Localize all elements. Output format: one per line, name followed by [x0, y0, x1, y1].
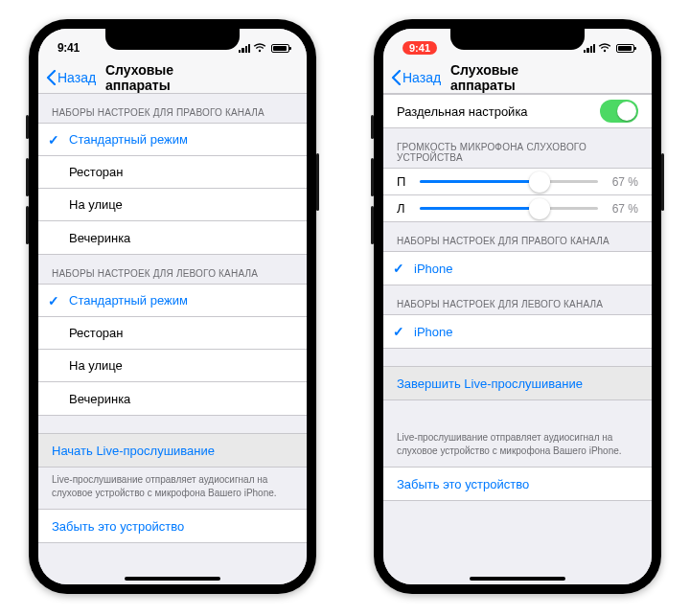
- live-listen-footer: Live-прослушивание отправляет аудиосигна…: [38, 468, 307, 509]
- side-button: [26, 158, 29, 196]
- side-button: [26, 115, 29, 139]
- separate-adjust-label: Раздельная настройка: [397, 104, 528, 119]
- nav-bar: Назад Слуховые аппараты: [38, 61, 307, 94]
- battery-icon: [271, 44, 289, 53]
- chevron-left-icon: [391, 70, 401, 85]
- start-live-listen-button[interactable]: Начать Live-прослушивание: [38, 434, 307, 467]
- slider-value: 67 %: [606, 202, 638, 216]
- back-button[interactable]: Назад: [46, 70, 96, 85]
- page-title: Слуховые аппараты: [450, 62, 585, 93]
- live-listen-label: Начать Live-прослушивание: [52, 444, 215, 458]
- chevron-left-icon: [46, 70, 56, 85]
- volume-slider-left[interactable]: [420, 207, 598, 210]
- page-title: Слуховые аппараты: [105, 62, 240, 93]
- preset-option[interactable]: Ресторан: [38, 317, 307, 350]
- wifi-icon: [253, 43, 266, 53]
- preset-label: iPhone: [414, 262, 452, 276]
- forget-device-label: Забыть это устройство: [52, 519, 184, 534]
- forget-device-label: Забыть это устройство: [397, 477, 529, 491]
- preset-option[interactable]: ✓ iPhone: [383, 315, 652, 348]
- checkmark-icon: ✓: [393, 324, 404, 339]
- preset-option[interactable]: Вечеринка: [38, 221, 307, 254]
- mic-volume-header: ГРОМКОСТЬ МИКРОФОНА СЛУХОВОГО УСТРОЙСТВА: [383, 128, 652, 168]
- screen: 9:41 Назад Слуховые аппараты НАБОРЫ НАСТ…: [38, 29, 307, 584]
- nav-bar: Назад Слуховые аппараты: [383, 61, 652, 94]
- checkmark-icon: ✓: [393, 261, 404, 276]
- notch: [450, 29, 585, 50]
- live-listen-group: Начать Live-прослушивание: [38, 433, 307, 468]
- volume-slider-right[interactable]: [420, 180, 598, 183]
- content[interactable]: НАБОРЫ НАСТРОЕК ДЛЯ ПРАВОГО КАНАЛА ✓ Ста…: [38, 94, 307, 584]
- left-presets-group: ✓ Стандартный режим Ресторан На улице Ве…: [38, 284, 307, 416]
- cellular-icon: [239, 44, 250, 53]
- left-preset-group: ✓ iPhone: [383, 314, 652, 349]
- preset-label: На улице: [69, 197, 123, 212]
- preset-label: Стандартный режим: [69, 293, 188, 308]
- stop-live-listen-button[interactable]: Завершить Live-прослушивание: [383, 367, 652, 399]
- side-button: [26, 206, 29, 244]
- side-button: [661, 153, 664, 211]
- right-preset-group: ✓ iPhone: [383, 251, 652, 285]
- forget-device-button[interactable]: Забыть это устройство: [383, 468, 652, 500]
- side-button: [371, 158, 374, 196]
- live-listen-group: Завершить Live-прослушивание: [383, 366, 652, 400]
- separate-adjust-row: Раздельная настройка: [383, 94, 652, 128]
- section-header-left: НАБОРЫ НАСТРОЕК ДЛЯ ЛЕВОГО КАНАЛА: [38, 255, 307, 284]
- preset-option[interactable]: ✓ iPhone: [383, 252, 652, 285]
- preset-label: Ресторан: [69, 165, 124, 179]
- preset-label: iPhone: [414, 325, 452, 339]
- checkmark-icon: ✓: [48, 293, 59, 308]
- live-listen-label: Завершить Live-прослушивание: [397, 376, 583, 391]
- preset-label: Ресторан: [69, 326, 124, 340]
- back-label: Назад: [58, 70, 96, 85]
- forget-group: Забыть это устройство: [38, 509, 307, 543]
- back-label: Назад: [402, 70, 441, 85]
- forget-device-button[interactable]: Забыть это устройство: [38, 510, 307, 542]
- preset-label: Вечеринка: [69, 231, 130, 245]
- separate-adjust-toggle[interactable]: [600, 100, 638, 123]
- checkmark-icon: ✓: [48, 132, 59, 148]
- mic-volume-group: П 67 % Л 67 %: [383, 168, 652, 222]
- battery-icon: [616, 44, 634, 53]
- side-button: [371, 115, 374, 139]
- preset-option[interactable]: На улице: [38, 189, 307, 221]
- section-header-left: НАБОРЫ НАСТРОЕК ДЛЯ ЛЕВОГО КАНАЛА: [383, 285, 652, 314]
- home-indicator[interactable]: [125, 577, 220, 581]
- screen: 9:41 Назад Слуховые аппараты Раздельная …: [383, 29, 652, 584]
- slider-value: 67 %: [606, 175, 638, 189]
- side-button: [316, 153, 319, 211]
- section-header-right: НАБОРЫ НАСТРОЕК ДЛЯ ПРАВОГО КАНАЛА: [38, 94, 307, 123]
- forget-group: Забыть это устройство: [383, 467, 652, 501]
- preset-option[interactable]: Ресторан: [38, 156, 307, 189]
- preset-option[interactable]: Вечеринка: [38, 382, 307, 415]
- slider-label: Л: [397, 201, 412, 216]
- home-indicator[interactable]: [470, 577, 565, 581]
- preset-option[interactable]: ✓ Стандартный режим: [38, 124, 307, 156]
- preset-label: Вечеринка: [69, 392, 130, 406]
- preset-label: Стандартный режим: [69, 132, 188, 147]
- status-right: [584, 43, 634, 53]
- status-time: 9:41: [58, 41, 80, 55]
- phone-right: 9:41 Назад Слуховые аппараты Раздельная …: [374, 19, 661, 594]
- phone-left: 9:41 Назад Слуховые аппараты НАБОРЫ НАСТ…: [29, 19, 316, 594]
- status-time-recording[interactable]: 9:41: [402, 41, 437, 55]
- content[interactable]: Раздельная настройка ГРОМКОСТЬ МИКРОФОНА…: [383, 94, 652, 584]
- wifi-icon: [598, 43, 611, 53]
- live-listen-footer: Live-прослушивание отправляет аудиосигна…: [383, 425, 652, 467]
- cellular-icon: [584, 44, 595, 53]
- slider-right: П 67 %: [383, 169, 652, 195]
- section-header-right: НАБОРЫ НАСТРОЕК ДЛЯ ПРАВОГО КАНАЛА: [383, 222, 652, 251]
- back-button[interactable]: Назад: [391, 70, 441, 85]
- preset-option[interactable]: ✓ Стандартный режим: [38, 285, 307, 317]
- slider-label: П: [397, 174, 412, 189]
- notch: [105, 29, 240, 50]
- status-right: [239, 43, 289, 53]
- slider-left: Л 67 %: [383, 195, 652, 221]
- side-button: [371, 206, 374, 244]
- right-presets-group: ✓ Стандартный режим Ресторан На улице Ве…: [38, 123, 307, 255]
- preset-label: На улице: [69, 358, 123, 373]
- preset-option[interactable]: На улице: [38, 350, 307, 382]
